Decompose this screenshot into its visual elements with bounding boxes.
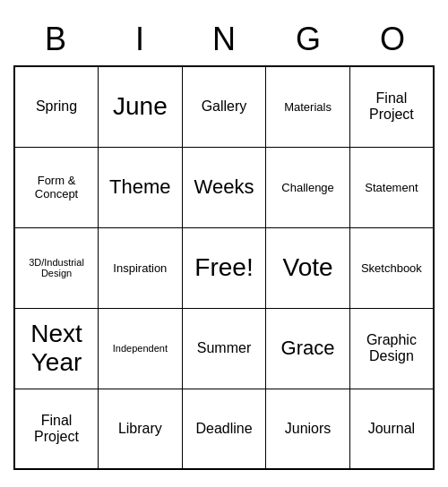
- bingo-cell: Library: [99, 389, 183, 469]
- table-row: Next YearIndependentSummerGraceGraphic D…: [14, 308, 434, 389]
- bingo-cell: Deadline: [182, 389, 266, 469]
- cell-text: Final Project: [19, 393, 94, 466]
- bingo-cell: Juniors: [266, 389, 349, 469]
- bingo-cell: Journal: [349, 389, 434, 469]
- cell-text: Inspiration: [102, 232, 178, 304]
- bingo-cell: Vote: [266, 227, 349, 308]
- cell-text: Theme: [102, 151, 178, 224]
- cell-text: Form & Concept: [19, 151, 94, 224]
- bingo-cell: Weeks: [182, 147, 266, 227]
- cell-text: Weeks: [186, 151, 263, 224]
- bingo-cell: Grace: [266, 308, 349, 389]
- cell-text: Challenge: [270, 151, 345, 224]
- bingo-cell: Independent: [99, 308, 183, 389]
- cell-text: Free!: [186, 232, 263, 304]
- bingo-cell: Materials: [266, 66, 349, 147]
- cell-text: June: [102, 71, 178, 143]
- cell-text: Juniors: [270, 393, 345, 466]
- cell-text: Library: [102, 393, 178, 466]
- cell-text: Gallery: [186, 71, 263, 143]
- bingo-cell: Final Project: [349, 66, 434, 147]
- bingo-cell: Free!: [182, 227, 266, 308]
- bingo-cell: Summer: [182, 308, 266, 389]
- bingo-header: BINGO: [13, 17, 435, 65]
- bingo-cell: Inspiration: [99, 227, 183, 308]
- bingo-cell: Next Year: [14, 308, 99, 389]
- bingo-cell: Spring: [14, 66, 99, 147]
- cell-text: Graphic Design: [354, 312, 429, 385]
- header-letter: B: [16, 21, 95, 58]
- cell-text: Vote: [270, 232, 345, 304]
- cell-text: Statement: [354, 151, 429, 224]
- header-letter: N: [185, 21, 263, 58]
- cell-text: Sketchbook: [354, 232, 429, 304]
- cell-text: Materials: [270, 71, 345, 143]
- bingo-cell: Graphic Design: [349, 308, 434, 389]
- bingo-cell: Final Project: [14, 389, 99, 469]
- cell-text: Final Project: [354, 71, 429, 143]
- bingo-cell: Sketchbook: [349, 227, 434, 308]
- bingo-card: BINGO SpringJuneGalleryMaterialsFinal Pr…: [13, 17, 435, 470]
- bingo-cell: 3D/Industrial Design: [14, 227, 99, 308]
- cell-text: Independent: [102, 312, 178, 385]
- header-letter: G: [269, 21, 348, 58]
- table-row: 3D/Industrial DesignInspirationFree!Vote…: [14, 227, 434, 308]
- table-row: Form & ConceptThemeWeeksChallengeStateme…: [14, 147, 434, 227]
- cell-text: Spring: [19, 71, 94, 143]
- bingo-cell: June: [99, 66, 183, 147]
- bingo-cell: Form & Concept: [14, 147, 99, 227]
- cell-text: Next Year: [19, 312, 94, 385]
- cell-text: Grace: [270, 312, 345, 385]
- table-row: SpringJuneGalleryMaterialsFinal Project: [14, 66, 434, 147]
- bingo-cell: Theme: [99, 147, 183, 227]
- table-row: Final ProjectLibraryDeadlineJuniorsJourn…: [14, 389, 434, 469]
- cell-text: Deadline: [186, 393, 263, 466]
- bingo-grid: SpringJuneGalleryMaterialsFinal ProjectF…: [13, 65, 435, 470]
- bingo-cell: Statement: [349, 147, 434, 227]
- header-letter: O: [353, 21, 432, 58]
- cell-text: 3D/Industrial Design: [19, 232, 94, 304]
- bingo-cell: Challenge: [266, 147, 349, 227]
- cell-text: Journal: [354, 393, 429, 466]
- header-letter: I: [100, 21, 179, 58]
- cell-text: Summer: [186, 312, 263, 385]
- bingo-cell: Gallery: [182, 66, 266, 147]
